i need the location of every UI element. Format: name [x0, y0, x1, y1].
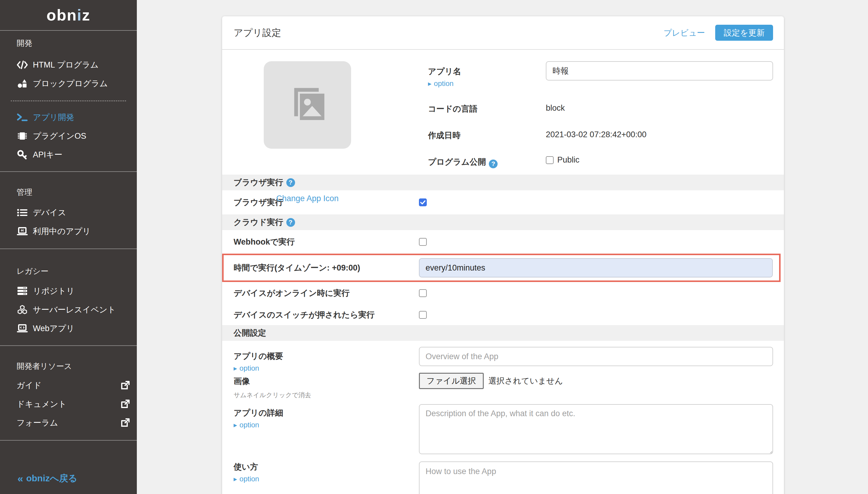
scheduled-run-row-highlighted: 時間で実行(タイムゾーン: +09:00): [222, 254, 781, 282]
sidebar-item-plugin-os[interactable]: プラグインOS: [0, 127, 137, 145]
sidebar: obniz 開発 HTML プログラム ブロックプログラム アプリ開発 プラグイ…: [0, 0, 137, 494]
app-detail-option-link[interactable]: option: [234, 421, 419, 429]
chip-icon: [17, 131, 28, 141]
sidebar-item-label: アプリ開発: [33, 112, 74, 123]
online-run-checkbox[interactable]: [419, 289, 427, 297]
usage-textarea[interactable]: [419, 461, 773, 494]
external-link-icon: [121, 381, 130, 390]
external-link-icon: [121, 400, 130, 408]
file-select-button[interactable]: ファイル選択: [419, 373, 484, 389]
app-overview-label-block: アプリの概要 option: [234, 347, 419, 373]
created-at-row: 作成日時 2021-03-02 07:28:42+00:00: [428, 125, 773, 141]
program-publish-label: プログラム公開: [428, 157, 486, 167]
cubes-icon: [17, 305, 28, 315]
webhook-run-checkbox[interactable]: [419, 238, 427, 246]
sidebar-item-forum[interactable]: フォーラム: [0, 414, 137, 432]
usage-label: 使い方: [234, 461, 419, 472]
logo-text-z: z: [82, 6, 91, 24]
app-detail-label-block: アプリの詳細 option: [234, 404, 419, 429]
app-name-input[interactable]: [546, 61, 773, 80]
page-title: アプリ設定: [234, 26, 281, 39]
app-detail-textarea[interactable]: [419, 404, 773, 454]
update-settings-button[interactable]: 設定を更新: [715, 25, 773, 41]
scheduled-run-label: 時間で実行(タイムゾーン: +09:00): [234, 262, 419, 273]
sidebar-item-repository[interactable]: リポジトリ: [0, 282, 137, 300]
obniz-logo[interactable]: obniz: [0, 0, 137, 31]
sidebar-item-documents[interactable]: ドキュメント: [0, 395, 137, 414]
sidebar-item-app-development[interactable]: アプリ開発: [0, 108, 137, 127]
sidebar-item-label: Webアプリ: [33, 323, 75, 334]
change-app-icon-link[interactable]: Change App Icon: [264, 194, 351, 203]
browser-run-section-header: ブラウザ実行?: [222, 175, 784, 190]
app-name-label-block: アプリ名 option: [428, 61, 546, 88]
image-placeholder-icon: [285, 82, 330, 128]
sidebar-item-block-program[interactable]: ブロックプログラム: [0, 74, 137, 93]
sidebar-item-web-app[interactable]: Webアプリ: [0, 319, 137, 338]
file-select-status: 選択されていません: [489, 376, 563, 386]
nav-header-developer-resources: 開発者リソース: [17, 361, 137, 371]
sidebar-divider: [0, 345, 137, 346]
question-icon[interactable]: ?: [286, 218, 295, 227]
app-overview-label: アプリの概要: [234, 351, 419, 362]
image-row: 画像 サムネイルクリックで消去 ファイル選択 選択されていません: [222, 370, 784, 398]
app-icon-placeholder[interactable]: [264, 61, 351, 149]
image-label-block: 画像 サムネイルクリックで消去: [234, 373, 419, 399]
sidebar-item-guide[interactable]: ガイド: [0, 376, 137, 395]
public-checkbox-label: Public: [557, 155, 579, 165]
browser-run-checkbox[interactable]: [419, 198, 427, 206]
key-icon: [17, 150, 28, 160]
nav-header-development: 開発: [17, 38, 137, 48]
logo-text-n: n: [67, 6, 77, 24]
nav-header-management: 管理: [17, 187, 137, 197]
app-overview-input[interactable]: [419, 347, 773, 366]
sidebar-item-devices[interactable]: デバイス: [0, 203, 137, 222]
online-run-label: デバイスがオンライン時に実行: [234, 288, 419, 299]
switch-run-row: デバイスのスイッチが押されたら実行: [222, 304, 784, 325]
switch-run-checkbox[interactable]: [419, 311, 427, 319]
sidebar-item-label: HTML プログラム: [33, 59, 99, 70]
app-name-label: アプリ名: [428, 67, 461, 76]
public-checkbox[interactable]: [546, 156, 554, 164]
created-at-label: 作成日時: [428, 125, 546, 141]
webhook-run-row: Webhookで実行: [222, 230, 784, 254]
sidebar-item-api-key[interactable]: APIキー: [0, 145, 137, 164]
publish-settings-section-header: 公開設定: [222, 325, 784, 341]
webhook-run-label: Webhookで実行: [234, 236, 419, 247]
app-name-option-link[interactable]: option: [428, 79, 546, 88]
server-icon: [17, 286, 28, 296]
sidebar-item-label: デバイス: [33, 207, 66, 218]
app-overview-row: アプリの概要 option: [222, 341, 784, 370]
double-chevron-left-icon: «: [18, 473, 23, 484]
sidebar-item-apps-in-use[interactable]: 利用中のアプリ: [0, 222, 137, 241]
sidebar-item-label: サーバーレスイベント: [33, 304, 116, 315]
usage-option-link[interactable]: option: [234, 475, 419, 483]
code-language-row: コードの言語 block: [428, 99, 773, 114]
program-publish-label-block: プログラム公開?: [428, 152, 546, 168]
shapes-icon: [17, 78, 28, 89]
card-header: アプリ設定 プレビュー 設定を更新: [222, 16, 784, 50]
code-language-value: block: [546, 99, 565, 113]
cloud-run-section-title: クラウド実行: [234, 217, 283, 228]
back-to-obniz-link[interactable]: « obnizへ戻る: [18, 471, 137, 486]
sidebar-item-label: フォーラム: [17, 417, 58, 428]
sidebar-item-label: ブロックプログラム: [33, 78, 108, 89]
question-icon[interactable]: ?: [489, 159, 498, 168]
scheduled-run-input[interactable]: [419, 258, 773, 278]
preview-link[interactable]: プレビュー: [664, 27, 705, 38]
app-name-row: アプリ名 option: [428, 61, 773, 88]
sidebar-item-label: 利用中のアプリ: [33, 226, 91, 237]
question-icon[interactable]: ?: [286, 178, 295, 187]
image-label: 画像: [234, 376, 419, 387]
usage-row: 使い方 option: [222, 458, 784, 494]
logo-text-i: i: [77, 6, 82, 24]
switch-run-label: デバイスのスイッチが押されたら実行: [234, 309, 419, 320]
laptop-icon: [17, 226, 28, 236]
sidebar-item-label: プラグインOS: [33, 131, 86, 141]
program-publish-row: プログラム公開? Public: [428, 152, 773, 168]
sidebar-item-serverless-events[interactable]: サーバーレスイベント: [0, 300, 137, 319]
sidebar-item-label: ガイド: [17, 380, 42, 391]
sidebar-item-label: ドキュメント: [17, 399, 66, 410]
sidebar-item-html-program[interactable]: HTML プログラム: [0, 56, 137, 74]
app-overview-option-link[interactable]: option: [234, 364, 419, 373]
sidebar-item-label: APIキー: [33, 149, 62, 160]
